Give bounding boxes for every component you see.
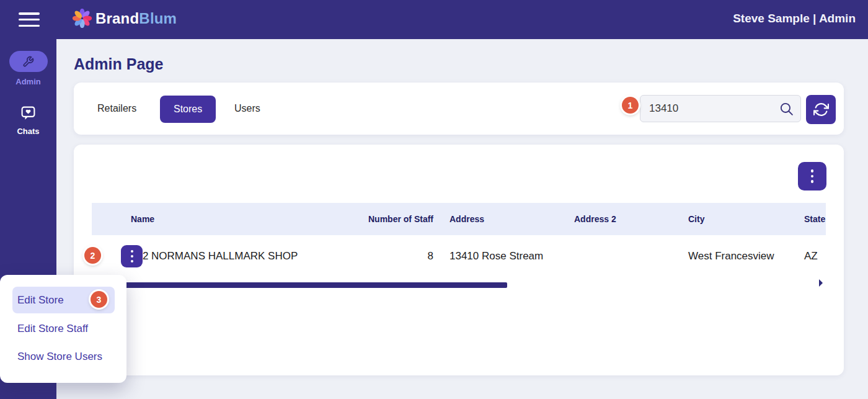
- table-card: Name Number of Staff Address Address 2 C…: [74, 145, 844, 375]
- cell-city: West Francesview: [677, 250, 794, 262]
- user-label: Steve Sample | Admin: [733, 12, 856, 25]
- app-root: BrandBlum Steve Sample | Admin Admin Cha…: [0, 0, 868, 399]
- table-header-row: Name Number of Staff Address Address 2 C…: [92, 203, 826, 235]
- page-title: Admin Page: [74, 55, 163, 73]
- header-city: City: [677, 214, 794, 224]
- cell-name: #22 NORMANS HALLMARK SHOP: [129, 250, 357, 262]
- header-number-of-staff: Number of Staff: [357, 214, 438, 224]
- step-badge-2: 2: [84, 247, 101, 264]
- step-badge-1: 1: [622, 97, 639, 114]
- header-address-2: Address 2: [569, 214, 677, 224]
- main-content: Admin Page Retailers Stores Users: [56, 39, 868, 399]
- brand-name-primary: Brand: [95, 10, 139, 27]
- sidebar-item-chats-label: Chats: [0, 127, 56, 136]
- menu-item-show-store-users[interactable]: Show Store Users: [0, 343, 126, 370]
- sidebar-item-admin[interactable]: Admin: [0, 51, 56, 86]
- table-options-button[interactable]: [798, 162, 826, 191]
- brand-name: BrandBlum: [95, 10, 177, 27]
- sidebar-item-chats[interactable]: Chats: [0, 105, 56, 136]
- header-state: State: [794, 214, 826, 224]
- menu-item-edit-store-staff[interactable]: Edit Store Staff: [0, 315, 126, 343]
- brand-flower-icon: [73, 9, 92, 28]
- header-address: Address: [438, 214, 569, 224]
- scroll-right-arrow-icon[interactable]: [819, 279, 823, 287]
- refresh-button[interactable]: [806, 95, 836, 124]
- header-actions: [92, 203, 129, 235]
- hamburger-menu-icon[interactable]: [19, 12, 40, 27]
- cell-address: 13410 Rose Stream: [438, 250, 569, 262]
- table-row: #22 NORMANS HALLMARK SHOP 8 13410 Rose S…: [92, 235, 826, 277]
- horizontal-scrollbar-thumb[interactable]: [92, 282, 507, 288]
- step-badge-3: 3: [91, 291, 107, 308]
- row-actions-button[interactable]: [121, 245, 143, 267]
- admin-pill[interactable]: [9, 51, 48, 72]
- search-icon[interactable]: [779, 101, 794, 117]
- header-name: Name: [129, 214, 357, 224]
- search-input[interactable]: [640, 95, 801, 122]
- cell-staff: 8: [357, 250, 438, 262]
- tab-users[interactable]: Users: [234, 83, 260, 135]
- chat-heart-icon: [20, 105, 37, 122]
- topbar: BrandBlum Steve Sample | Admin: [0, 0, 868, 39]
- tabs-card: Retailers Stores Users: [74, 83, 844, 135]
- wrench-icon: [22, 56, 34, 68]
- brand-name-secondary: Blum: [139, 10, 177, 27]
- cell-state: AZ: [794, 250, 826, 262]
- tab-stores[interactable]: Stores: [160, 96, 216, 123]
- refresh-icon: [813, 102, 829, 117]
- context-menu: Edit Store Edit Store Staff Show Store U…: [0, 275, 126, 383]
- brand-logo: BrandBlum: [73, 9, 177, 28]
- sidebar-item-admin-label: Admin: [0, 77, 56, 86]
- tab-retailers[interactable]: Retailers: [97, 83, 136, 135]
